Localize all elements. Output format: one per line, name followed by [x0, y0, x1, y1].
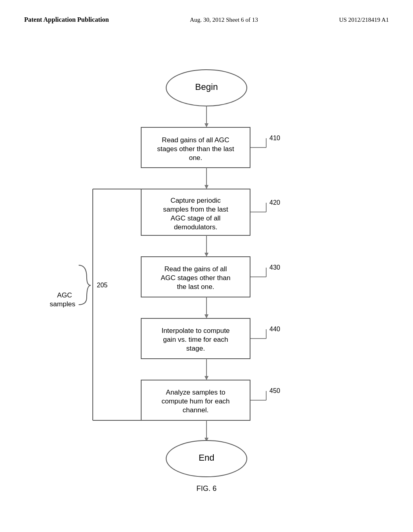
svg-text:Interpolate to compute: Interpolate to compute [161, 327, 229, 335]
svg-marker-11 [204, 185, 209, 189]
fig-label: FIG. 6 [196, 484, 217, 493]
svg-text:440: 440 [269, 326, 280, 332]
svg-text:AGC: AGC [57, 291, 72, 299]
svg-text:one.: one. [189, 154, 202, 162]
svg-text:AGC stage of all: AGC stage of all [171, 214, 221, 222]
svg-text:205: 205 [97, 282, 108, 289]
svg-marker-30 [204, 314, 209, 318]
begin-label: Begin [195, 82, 218, 92]
svg-text:Analyze samples to: Analyze samples to [166, 389, 225, 396]
svg-text:samples: samples [50, 300, 75, 308]
svg-text:Read gains of all AGC: Read gains of all AGC [162, 136, 229, 144]
header-patent-number: US 2012/218419 A1 [339, 17, 389, 23]
svg-text:samples from the last: samples from the last [163, 206, 228, 213]
svg-text:410: 410 [269, 135, 280, 141]
svg-text:channel.: channel. [183, 406, 209, 414]
svg-text:Capture periodic: Capture periodic [171, 197, 221, 204]
svg-text:demodulators.: demodulators. [174, 223, 217, 231]
svg-text:AGC stages other than: AGC stages other than [161, 274, 231, 282]
header-date-sheet: Aug. 30, 2012 Sheet 6 of 13 [190, 17, 258, 23]
svg-text:430: 430 [269, 264, 280, 271]
end-label: End [198, 453, 214, 463]
diagram-area: Begin Read gains of all AGC stages other… [0, 31, 413, 531]
svg-text:the last one.: the last one. [177, 283, 215, 291]
svg-marker-39 [204, 376, 209, 380]
svg-text:Read the gains of all: Read the gains of all [165, 265, 227, 273]
svg-marker-21 [204, 253, 209, 257]
svg-text:450: 450 [269, 387, 280, 394]
header-publication: Patent Application Publication [24, 16, 109, 23]
svg-text:420: 420 [269, 199, 280, 206]
svg-text:compute hum for each: compute hum for each [161, 397, 229, 405]
svg-text:gain vs. time for each: gain vs. time for each [163, 336, 228, 343]
svg-marker-2 [204, 123, 209, 127]
svg-text:stage.: stage. [186, 345, 205, 352]
svg-text:stages other than the last: stages other than the last [157, 145, 234, 153]
